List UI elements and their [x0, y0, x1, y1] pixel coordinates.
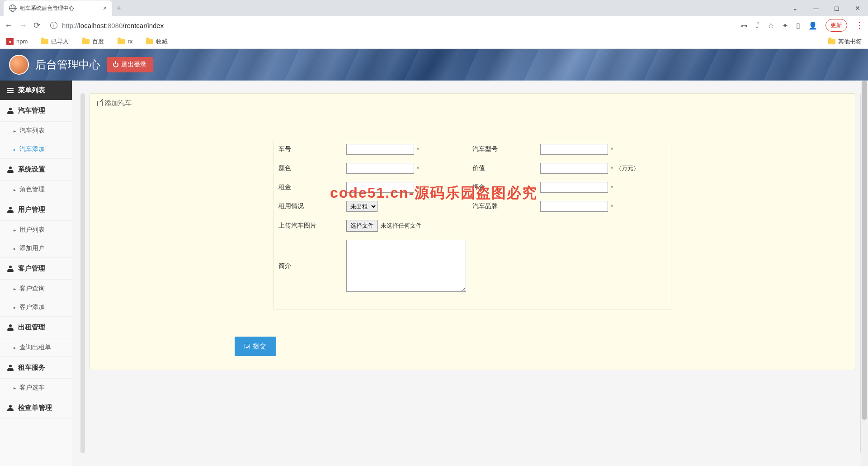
user-icon — [7, 108, 14, 114]
sidebar-item[interactable]: 角色管理 — [0, 181, 72, 199]
label-rent-status: 租用情况 — [278, 202, 346, 210]
choose-file-button[interactable]: 选择文件 — [346, 220, 378, 232]
submit-button[interactable]: 提交 — [235, 337, 276, 356]
bookmark-bar: nnpm 已导入 百度 rx 收藏 其他书签 — [0, 34, 868, 49]
user-icon — [7, 405, 14, 411]
sidebar-category[interactable]: 出租管理 — [0, 317, 72, 338]
close-window-icon[interactable]: ✕ — [847, 0, 868, 16]
category-label: 租车服务 — [18, 363, 45, 372]
required-mark: * — [611, 184, 613, 191]
sidebar-item[interactable]: 添加用户 — [0, 239, 72, 258]
bookmark-item[interactable]: 已导入 — [41, 38, 69, 46]
update-button[interactable]: 更新 — [826, 19, 847, 32]
sidebar-item[interactable]: 查询出租单 — [0, 338, 72, 357]
tab-title: 租车系统后台管理中心 — [20, 5, 99, 12]
label-rent: 租金 — [278, 183, 346, 191]
menu-header-label: 菜单列表 — [18, 86, 45, 95]
category-label: 客户管理 — [18, 264, 45, 273]
star-icon[interactable]: ☆ — [768, 21, 774, 30]
input-deposit[interactable] — [540, 182, 608, 193]
label-upload: 上传汽车图片 — [278, 222, 346, 230]
input-color[interactable] — [346, 163, 414, 174]
sidebar-category[interactable]: 检查单管理 — [0, 397, 72, 419]
category-label: 用户管理 — [18, 205, 45, 214]
content-area: 添加汽车 车号 * 汽车型号 — [72, 81, 868, 466]
sidebar-item[interactable]: 汽车列表 — [0, 122, 72, 140]
input-brand[interactable] — [540, 201, 608, 212]
panel-title: 添加汽车 — [104, 99, 132, 107]
page-scrollbar[interactable] — [861, 81, 868, 466]
sidebar-item[interactable]: 客户查询 — [0, 280, 72, 298]
sidebar-category[interactable]: 用户管理 — [0, 199, 72, 221]
panel-icon[interactable]: ▯ — [796, 21, 800, 30]
forward-button[interactable]: → — [19, 21, 27, 30]
required-mark: * — [611, 203, 613, 210]
textarea-intro[interactable] — [346, 240, 466, 292]
tab-close-icon[interactable]: × — [103, 5, 107, 12]
maximize-icon[interactable]: ◻ — [826, 0, 847, 16]
site-info-icon[interactable]: i — [50, 22, 57, 29]
submit-label: 提交 — [253, 342, 266, 351]
share-icon[interactable]: ⤴ — [756, 21, 760, 29]
user-icon — [7, 266, 14, 272]
reload-button[interactable]: ⟳ — [33, 20, 40, 30]
folder-icon — [146, 39, 153, 44]
label-car-model: 汽车型号 — [472, 145, 540, 153]
tab-bar: 租车系统后台管理中心 × + ⌄ — ◻ ✕ — [0, 0, 868, 16]
input-car-no[interactable] — [346, 144, 414, 155]
chevron-down-icon[interactable]: ⌄ — [785, 0, 806, 16]
logout-button[interactable]: 退出登录 — [107, 57, 153, 72]
bookmark-item[interactable]: nnpm — [6, 38, 28, 45]
menu-dots-icon[interactable]: ⋮ — [855, 20, 863, 30]
submit-area: 提交 — [90, 319, 855, 370]
edit-icon — [97, 101, 103, 106]
label-deposit: 押金 — [472, 183, 540, 191]
scrollbar[interactable] — [80, 93, 85, 453]
unit-wanyuan: （万元） — [616, 164, 639, 172]
folder-icon — [41, 39, 48, 44]
bookmark-item[interactable]: 百度 — [82, 38, 104, 46]
key-icon[interactable]: ⊶ — [741, 21, 748, 30]
sidebar-item[interactable]: 汽车添加 — [0, 140, 72, 159]
bookmark-item[interactable]: rx — [118, 38, 132, 45]
user-icon — [7, 166, 14, 173]
browser-tab[interactable]: 租车系统后台管理中心 × — [4, 0, 112, 16]
sidebar-category[interactable]: 系统设置 — [0, 159, 72, 181]
label-brand: 汽车品牌 — [472, 202, 540, 210]
required-mark: * — [417, 146, 419, 153]
sidebar-item[interactable]: 用户列表 — [0, 221, 72, 239]
page-header: 后台管理中心 退出登录 — [0, 49, 868, 81]
form-panel: 添加汽车 车号 * 汽车型号 — [90, 93, 855, 370]
hamburger-icon — [7, 88, 14, 93]
form-area: 车号 * 汽车型号 * 颜色 — [90, 114, 855, 319]
bookmark-item[interactable]: 收藏 — [146, 38, 168, 46]
profile-icon[interactable]: 👤 — [808, 21, 817, 30]
scrollbar-thumb[interactable] — [862, 81, 867, 420]
url-text: http://localhost:8080/rentcar/index — [62, 22, 164, 29]
label-color: 颜色 — [278, 164, 346, 172]
avatar[interactable] — [9, 55, 29, 75]
address-bar-icons: ⊶ ⤴ ☆ ✦ ▯ 👤 更新 ⋮ — [741, 19, 863, 32]
input-value[interactable] — [540, 163, 608, 174]
url-bar[interactable]: i http://localhost:8080/rentcar/index — [47, 22, 734, 29]
required-mark: * — [417, 184, 419, 191]
sidebar-category[interactable]: 客户管理 — [0, 258, 72, 280]
window-controls: ⌄ — ◻ ✕ — [785, 0, 868, 16]
page-title: 后台管理中心 — [35, 57, 100, 72]
other-bookmarks[interactable]: 其他书签 — [828, 38, 862, 46]
input-rent[interactable] — [346, 182, 414, 193]
input-car-model[interactable] — [540, 144, 608, 155]
minimize-icon[interactable]: — — [806, 0, 826, 16]
sidebar: 菜单列表 汽车管理汽车列表汽车添加系统设置角色管理用户管理用户列表添加用户客户管… — [0, 81, 72, 466]
sidebar-category[interactable]: 汽车管理 — [0, 100, 72, 122]
category-label: 系统设置 — [18, 165, 45, 174]
user-icon — [7, 365, 14, 371]
new-tab-button[interactable]: + — [117, 4, 122, 13]
required-mark: * — [611, 146, 613, 153]
sidebar-item[interactable]: 客户选车 — [0, 379, 72, 397]
sidebar-category[interactable]: 租车服务 — [0, 357, 72, 379]
sidebar-item[interactable]: 客户添加 — [0, 298, 72, 317]
extensions-icon[interactable]: ✦ — [782, 21, 788, 30]
back-button[interactable]: ← — [5, 21, 13, 30]
select-rent-status[interactable]: 未出租 — [346, 201, 377, 212]
